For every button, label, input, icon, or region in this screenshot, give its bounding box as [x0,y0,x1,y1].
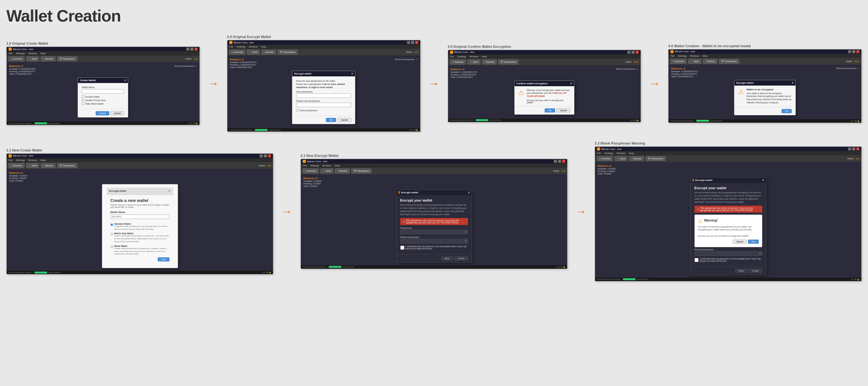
app-icon [8,48,12,51]
wallet-encrypt-icon: ⚠ [738,88,744,96]
screen-2-0: 2.0 Original Encrypt Wallet Bitcoin Core… [227,35,421,132]
minimize-btn[interactable]: − [186,48,189,51]
maximize-btn[interactable]: □ [190,48,193,51]
screen-2-0-label: 2.0 Original Encrypt Wallet [227,35,421,39]
yes-btn[interactable]: Yes [545,109,555,113]
statusbar-1-0: Synchronizing with network... weeks behi… [7,121,199,125]
dialog-close-create[interactable]: × [124,79,126,82]
passphrase-warning-banner: ⚠ This passphrase can not be recovered. … [400,218,468,225]
blank-understand-checkbox[interactable]: I understand that my password is not rec… [694,258,762,262]
window-1-1: Bitcoin Core - test − □ × FileSettingsWi… [6,153,273,274]
transactions-btn[interactable]: ☰ Transactions [57,56,77,61]
blank-warning-banner: ⚠ This passphrase can not be recovered. … [694,206,762,213]
menu-help[interactable]: Help [40,52,45,55]
send-btn[interactable]: → Send [26,56,39,61]
encrypt-wallet-new-dialog: ₿ Encrypt wallet × Encrypt your wallet W… [396,189,472,262]
window-3-0: Bitcoin Core - test − □ × FileSettingsWi… [448,50,641,122]
dialog-title-create: Create Wallet [80,79,96,82]
watch-only-wallet-radio[interactable]: Watch Only Wallet A watch only wallet wi… [111,232,169,243]
new-encrypt-close[interactable]: × [468,191,470,194]
screen-2-1-label: 2.1 New Encrypt Wallet [301,154,567,157]
repeat-passphrase-field[interactable] [400,239,468,243]
inner-warning-icon: ⚠ [698,218,702,224]
standard-wallet-radio[interactable]: Standard Wallet A standard wallet will g… [111,223,169,231]
create-btn[interactable]: Create [96,111,109,115]
eye-icon-1[interactable]: 👁 [465,230,467,233]
warning-icon: ⚠ [518,89,524,96]
overview-btn[interactable]: ⌂ Overview [8,56,24,61]
new-wallet-name-input[interactable] [111,214,169,219]
dialog-titlebar-create: Create Wallet × [78,78,128,83]
arrow-2: → [425,77,443,90]
screen-1-0: 1.0 Original Create Wallet Bitcoin Core … [6,41,200,125]
disable-private-keys-check[interactable]: Disable Private Keys [82,99,124,101]
menu-file[interactable]: File [8,52,13,55]
screen-1-1: 1.1 New Create Wallet Bitcoin Core - tes… [6,148,273,274]
arrow-1: → [205,77,222,90]
receive-btn[interactable]: ↓ Receive [41,56,55,61]
app-icon-2 [229,41,232,44]
new-passphrase-input[interactable] [296,93,351,98]
wallet-name-input[interactable] [82,89,124,93]
titlebar-1-0: Bitcoin Core - test − □ × [7,47,199,51]
confirm-encrypt-dialog: Confirm wallet encryption × ⚠ Warning: I… [514,81,575,115]
screen-3-0: 3.0 Original Confirm Wallet Encryption B… [448,45,641,122]
screen-4-0: 4.0 Wallet Creation - Wallet to be encry… [668,44,862,123]
cancel-btn[interactable]: Cancel [111,111,124,115]
blank-create-btn[interactable]: Create [748,269,762,273]
screen-4-0-label: 4.0 Wallet Creation - Wallet to be encry… [668,44,862,48]
sync-progress [34,122,47,124]
window-2-2: Bitcoin Core - test − □ × FileSettingsWi… [595,146,862,281]
create-btn-2[interactable]: Create [454,257,468,261]
window-2-1: Bitcoin Core - test − □ × FileSettingsWi… [301,159,567,269]
menu-window[interactable]: Window [28,52,37,55]
wallet-to-encrypt-dialog: Encrypt wallet × ⚠ Wallet to be encrypte… [734,80,796,115]
encrypt-heading: Encrypt your wallet [400,198,468,202]
blank-passphrase-dialog: ₿ Encrypt wallet × Encrypt your wallet W… [690,177,766,275]
repeat-passphrase-input[interactable] [296,103,351,107]
encrypt-wallet-check[interactable]: Encrypt Wallet [82,95,124,98]
menubar-1-0: File Settings Window Help [7,51,199,56]
blank-passphrase-close[interactable]: × [762,178,764,182]
screen-1-0-label: 1.0 Original Create Wallet [6,41,200,45]
dialog-buttons-create: Create Cancel [78,109,128,117]
blank-back-btn[interactable]: Back [735,269,747,273]
dialog-body-create: Wallet Name Encrypt Wallet Disable Priva… [78,83,128,109]
page-title: Wallet Creation [6,6,862,25]
blank-wallet-check[interactable]: Make Blank Wallet [82,102,124,105]
understand-checkbox[interactable]: I understand that my password is not rec… [400,245,468,250]
inner-cancel-btn[interactable]: Cancel [733,240,747,244]
new-create-dialog-close[interactable]: × [168,189,170,193]
create-wallet-old-dialog: Create Wallet × Wallet Name Encrypt Wall… [78,77,128,118]
new-create-dialog-title: Encrypt wallet [109,189,126,192]
eye-icon-3[interactable]: 👁 [759,252,761,255]
row-1: 1.0 Original Create Wallet Bitcoin Core … [6,35,862,132]
arrow-3: → [646,77,663,90]
encrypt-wallet-old-dialog: Encrypt wallet × Enter the new passphras… [292,71,355,124]
create-subtitle: Please choose a name for your wallet and… [111,204,169,208]
cancel-btn-3[interactable]: Cancel [556,109,570,113]
wallet-name-field: Wallet Name [82,86,124,93]
blank-wallet-radio[interactable]: Blank Wallet A blank wallet will generat… [111,245,169,256]
arrow-4: → [278,205,296,218]
inner-yes-btn[interactable]: Yes [748,240,758,244]
window-4-0: Bitcoin Core - test − □ × FileSettingsWi… [668,49,862,123]
row-2: 1.1 New Create Wallet Bitcoin Core - tes… [6,141,862,281]
bitcoin-icon: ₿ [398,191,400,194]
ok-btn[interactable]: OK [326,118,336,122]
cancel-btn-2[interactable]: Cancel [337,118,351,122]
back-btn[interactable]: Back [441,257,453,261]
eye-icon-2[interactable]: 👁 [465,240,467,242]
ok-btn-2[interactable]: OK [781,109,792,113]
menu-settings[interactable]: Settings [16,52,25,55]
window-1-0: Bitcoin Core - test − □ × File Settings … [6,47,200,125]
close-btn[interactable]: × [194,48,197,51]
app-title: Bitcoin Core - test [13,48,33,51]
arrow-5: → [572,205,590,218]
toolbar-1-0: ⌂ Overview → Send ↓ Receive ☰ Transactio… [7,56,199,62]
blank-repeat-passphrase[interactable] [694,251,762,256]
new-passphrase-field[interactable] [400,230,468,234]
screen-3-0-label: 3.0 Original Confirm Wallet Encryption [448,45,641,49]
screen-1-1-label: 1.1 New Create Wallet [6,148,273,152]
next-btn[interactable]: Next [158,257,169,262]
